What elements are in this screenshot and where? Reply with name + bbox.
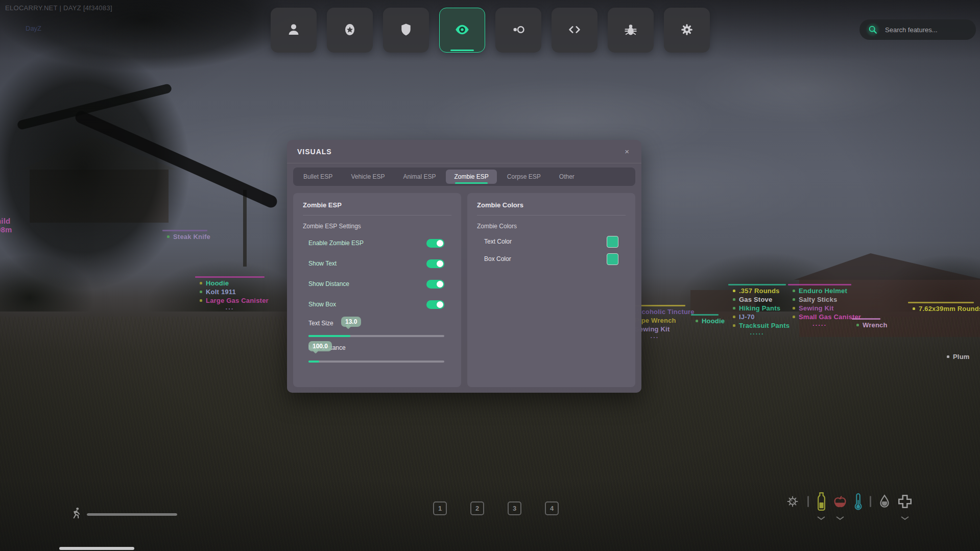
esp-bullet-dot: [200, 291, 202, 293]
section-label: Zombie Colors: [467, 215, 635, 233]
toggle-row: Show Distance: [293, 274, 461, 294]
esp-item-text: Gas Stove: [739, 295, 772, 304]
toggle-row: Show Box: [293, 294, 461, 315]
esp-item-text: Alcoholic Tincture: [635, 307, 695, 316]
esp-label-group: Steak Knife: [162, 230, 210, 241]
esp-item: Hiking Pants: [728, 304, 790, 313]
esp-more-dots: .....: [788, 321, 851, 328]
toggle-row: Show Text: [293, 253, 461, 274]
toggle-label: Show Distance: [308, 280, 349, 288]
tab-zombie-esp[interactable]: Zombie ESP: [446, 170, 496, 184]
esp-item: Wrench: [852, 321, 888, 329]
esp-bullet-dot: [793, 316, 795, 318]
tab-bar: Bullet ESPVehicle ESPAnimal ESPZombie ES…: [293, 167, 635, 186]
esp-item-text: Hoodie: [702, 317, 725, 325]
toggle-show-text[interactable]: [426, 259, 444, 268]
esp-bullet-dot: [947, 355, 949, 358]
esp-item: Gas Stove: [728, 295, 790, 304]
esp-item: .357 Rounds: [728, 286, 790, 295]
esp-box-top-line: [852, 318, 880, 320]
tab-animal-esp[interactable]: Animal ESP: [395, 170, 444, 184]
esp-item-text: Steak Knife: [173, 232, 210, 241]
tab-bullet-esp[interactable]: Bullet ESP: [295, 170, 341, 184]
color-row: Box Color: [467, 250, 635, 268]
card-title: Zombie ESP: [293, 199, 461, 209]
esp-item-text: Kolt 1911: [206, 288, 236, 296]
visuals-window: VISUALS × Bullet ESPVehicle ESPAnimal ES…: [287, 140, 641, 393]
nav-button-settings[interactable]: [664, 8, 710, 53]
dayz-game-screen: Steak KnifeHoodieKolt 1911Large Gas Cani…: [0, 0, 980, 551]
esp-item-text: Enduro Helmet: [799, 286, 847, 295]
color-list: Text ColorBox Color: [467, 233, 635, 268]
esp-label-group: hild98m: [0, 217, 12, 234]
esp-item-text: Sewing Kit: [799, 304, 833, 313]
toggle-label: Enable Zombie ESP: [308, 239, 364, 247]
toggle-label: Show Text: [308, 260, 337, 267]
esp-label-group: Plum: [942, 352, 970, 361]
nav-button-rage[interactable]: [327, 8, 373, 53]
text-color-swatch[interactable]: [607, 236, 618, 248]
text-size-slider[interactable]: [308, 335, 444, 337]
search-input[interactable]: [884, 26, 976, 34]
esp-item-text: IJ-70: [739, 313, 755, 321]
tab-vehicle-esp[interactable]: Vehicle ESP: [343, 170, 393, 184]
esp-box-top-line: [162, 230, 207, 231]
color-label: Text Color: [484, 238, 512, 245]
esp-box-top-line: [908, 302, 974, 303]
esp-box-top-line: [788, 284, 851, 285]
esp-label-group: Enduro HelmetSalty SticksSewing KitSmall…: [788, 284, 861, 328]
esp-item: Hoodie: [195, 279, 269, 288]
esp-item-text: Tracksuit Pants: [739, 321, 790, 330]
window-body: Zombie ESP Zombie ESP Settings Enable Zo…: [287, 186, 641, 393]
eye-icon: [455, 22, 470, 39]
toggle-enable-zombie-esp[interactable]: [426, 239, 444, 248]
esp-bullet-dot: [733, 307, 735, 309]
cheat-nav-bar: [0, 8, 980, 53]
esp-bullet-dot: [793, 307, 795, 309]
esp-item: IJ-70: [728, 313, 790, 321]
nav-button-visuals[interactable]: [439, 8, 485, 53]
esp-item-text: 98m: [0, 225, 12, 234]
esp-item-text: hild: [0, 217, 10, 225]
esp-item: Sewing Kit: [788, 304, 861, 313]
esp-label-group: Wrench: [852, 318, 888, 329]
tab-corpse-esp[interactable]: Corpse ESP: [499, 170, 549, 184]
esp-item: Kolt 1911: [195, 288, 269, 296]
search-box[interactable]: [859, 19, 976, 40]
toggle-circles-icon: [511, 22, 526, 39]
esp-item: Hoodie: [691, 317, 725, 325]
star-badge-icon: [342, 22, 357, 39]
esp-bullet-dot: [913, 307, 915, 310]
esp-label-group: .357 RoundsGas StoveHiking PantsIJ-70Tra…: [728, 284, 790, 337]
zombie-colors-card: Zombie Colors Zombie Colors Text ColorBo…: [467, 193, 635, 387]
esp-more-dots: .....: [728, 330, 786, 337]
nav-button-debug[interactable]: [608, 8, 654, 53]
slider-value-badge: 100.0: [308, 341, 332, 351]
nav-button-player[interactable]: [271, 8, 317, 53]
color-row: Text Color: [467, 233, 635, 250]
close-button[interactable]: ×: [623, 146, 631, 157]
esp-label-group: 7.62x39mm Rounds: [908, 302, 980, 313]
max-distance-slider[interactable]: [308, 361, 444, 363]
esp-bullet-dot: [200, 299, 202, 302]
nav-button-misc[interactable]: [495, 8, 541, 53]
esp-label-group: Hoodie: [691, 314, 725, 325]
esp-bullet-dot: [733, 316, 735, 318]
box-color-swatch[interactable]: [607, 253, 618, 265]
esp-more-dots: ...: [195, 305, 265, 312]
toggle-show-box[interactable]: [426, 300, 444, 309]
toggle-show-distance[interactable]: [426, 280, 444, 289]
esp-item-text: Plum: [953, 352, 970, 361]
zombie-esp-card: Zombie ESP Zombie ESP Settings Enable Zo…: [293, 193, 461, 387]
esp-box-top-line: [691, 314, 719, 316]
nav-button-protection[interactable]: [383, 8, 429, 53]
slider-value-badge: 13.0: [341, 317, 361, 327]
window-header: VISUALS ×: [287, 140, 641, 163]
nav-button-scripts[interactable]: [552, 8, 597, 53]
esp-item-text: 7.62x39mm Rounds: [919, 304, 980, 313]
card-title: Zombie Colors: [467, 199, 635, 209]
esp-item: Enduro Helmet: [788, 286, 861, 295]
tab-other[interactable]: Other: [551, 170, 583, 184]
esp-item: Steak Knife: [162, 232, 210, 241]
esp-bullet-dot: [733, 298, 735, 301]
